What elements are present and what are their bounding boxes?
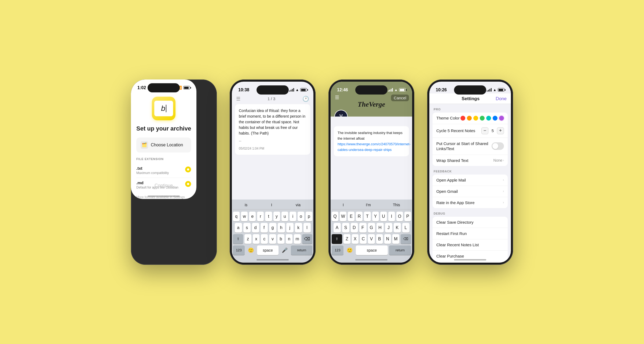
shift-key-3[interactable]: ⇧: [332, 234, 342, 244]
theme-color-row[interactable]: Theme Color: [433, 113, 508, 124]
key-b[interactable]: b: [277, 234, 284, 244]
key-N[interactable]: N: [384, 234, 391, 244]
key-P[interactable]: P: [404, 212, 411, 221]
clock-icon[interactable]: 🕐: [302, 96, 309, 102]
key-V[interactable]: V: [368, 234, 375, 244]
stepper-minus[interactable]: −: [481, 127, 488, 134]
delete-key-3[interactable]: ⌫: [401, 234, 411, 244]
continue-button[interactable]: Continue: [155, 183, 173, 188]
key-T[interactable]: T: [364, 212, 371, 221]
key-X[interactable]: X: [352, 234, 358, 244]
key-q[interactable]: q: [233, 212, 240, 221]
key-o[interactable]: o: [298, 212, 304, 221]
key-e[interactable]: e: [249, 212, 256, 221]
key-i[interactable]: i: [290, 212, 296, 221]
num-key[interactable]: 123: [233, 245, 245, 255]
key-z[interactable]: z: [244, 234, 251, 244]
key-E[interactable]: E: [348, 212, 354, 221]
key-K[interactable]: K: [394, 223, 401, 233]
key-H[interactable]: H: [376, 223, 384, 233]
key-h[interactable]: h: [278, 223, 285, 233]
suggestion-3[interactable]: via: [296, 203, 301, 207]
key-w[interactable]: w: [241, 212, 248, 221]
key-G[interactable]: G: [368, 223, 375, 233]
clear-all-row[interactable]: Clear All Settings: [433, 262, 508, 263]
key-D[interactable]: D: [351, 223, 358, 233]
note3-body[interactable]: The invisible seafaring industry that ke…: [334, 126, 409, 156]
key-u[interactable]: u: [281, 212, 288, 221]
key-Z[interactable]: Z: [343, 234, 350, 244]
key-g[interactable]: g: [269, 223, 276, 233]
color-yellow[interactable]: [473, 116, 478, 121]
key-x[interactable]: x: [253, 234, 260, 244]
return-key[interactable]: return: [291, 245, 312, 255]
suggestion3-1[interactable]: I: [343, 203, 344, 207]
key-r[interactable]: r: [257, 212, 264, 221]
delete-key[interactable]: ⌫: [302, 234, 312, 244]
suggestion-2[interactable]: I: [271, 203, 272, 207]
key-F[interactable]: F: [359, 223, 367, 233]
color-blue[interactable]: [493, 116, 497, 121]
key-C[interactable]: C: [360, 234, 367, 244]
cursor-row[interactable]: Put Cursor at Start of Shared Links/Text: [433, 138, 508, 155]
restart-first-row[interactable]: Restart First Run: [433, 228, 508, 239]
done-button[interactable]: Done: [496, 96, 507, 102]
key-f[interactable]: f: [261, 223, 268, 233]
key-a[interactable]: a: [235, 223, 242, 233]
key-B[interactable]: B: [376, 234, 383, 244]
num-key-3[interactable]: 123: [332, 245, 343, 255]
key-p[interactable]: p: [306, 212, 312, 221]
key-M[interactable]: M: [392, 234, 399, 244]
key-d[interactable]: d: [252, 223, 259, 233]
color-orange[interactable]: [467, 116, 472, 121]
suggestion-1[interactable]: is: [245, 203, 247, 207]
key-m[interactable]: m: [294, 234, 301, 244]
key-s[interactable]: s: [243, 223, 251, 233]
return-key-3[interactable]: return: [389, 245, 411, 255]
cursor-toggle[interactable]: [492, 142, 504, 150]
key-k[interactable]: k: [295, 223, 302, 233]
key-y[interactable]: y: [273, 212, 280, 221]
filter-icon[interactable]: ☰: [236, 96, 240, 102]
key-n[interactable]: n: [286, 234, 293, 244]
cancel-button[interactable]: Cancel: [391, 95, 409, 101]
clear-save-row[interactable]: Clear Save Directory: [433, 217, 508, 228]
key-t[interactable]: t: [265, 212, 272, 221]
key-L[interactable]: L: [402, 223, 409, 233]
color-teal[interactable]: [486, 116, 491, 121]
key-Q[interactable]: Q: [332, 212, 338, 221]
key-J[interactable]: J: [385, 223, 392, 233]
key-I[interactable]: I: [388, 212, 395, 221]
wrap-row[interactable]: Wrap Shared Text None ›: [433, 155, 508, 166]
key-l[interactable]: l: [303, 223, 311, 233]
emoji-key-3[interactable]: 🙂: [345, 245, 354, 255]
key-Y[interactable]: Y: [372, 212, 379, 221]
color-purple[interactable]: [499, 116, 504, 121]
stepper-plus[interactable]: +: [497, 127, 504, 134]
key-c[interactable]: c: [261, 234, 268, 244]
apple-mail-row[interactable]: Open Apple Mail ›: [433, 175, 508, 186]
key-A[interactable]: A: [334, 223, 341, 233]
txt-option[interactable]: .txt Maximum compatibility: [136, 163, 191, 178]
key-R[interactable]: R: [356, 212, 363, 221]
gmail-row[interactable]: Open Gmail ›: [433, 186, 508, 197]
mic-key[interactable]: 🎤: [280, 245, 290, 255]
rate-app-row[interactable]: Rate in the App Store ›: [433, 197, 508, 208]
key-v[interactable]: v: [269, 234, 276, 244]
choose-location-button[interactable]: 🗂️ Choose Location: [136, 137, 191, 153]
key-O[interactable]: O: [396, 212, 403, 221]
space-key-3[interactable]: space: [356, 245, 388, 255]
space-key[interactable]: space: [257, 245, 279, 255]
key-S[interactable]: S: [342, 223, 349, 233]
suggestion3-2[interactable]: I'm: [366, 203, 371, 207]
color-green[interactable]: [480, 116, 485, 121]
clear-recent-row[interactable]: Clear Recent Notes List: [433, 239, 508, 251]
key-j[interactable]: j: [286, 223, 294, 233]
note-body[interactable]: Confucian idea of Ritual: they force a b…: [235, 104, 310, 155]
emoji-key[interactable]: 🙂: [246, 245, 256, 255]
suggestion3-3[interactable]: This: [393, 203, 400, 207]
color-red[interactable]: [460, 116, 465, 121]
key-W[interactable]: W: [340, 212, 346, 221]
shift-key[interactable]: ⇧: [233, 234, 243, 244]
key-U[interactable]: U: [380, 212, 387, 221]
